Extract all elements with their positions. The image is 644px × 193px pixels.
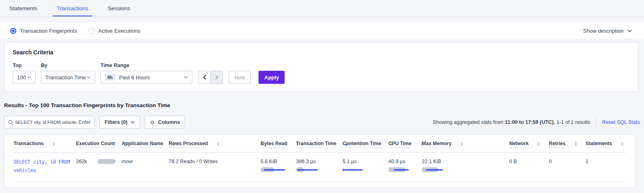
max-memory-barchart [422,167,455,172]
radio-active-executions-label[interactable]: Active Executions [98,28,140,34]
table-row: SELECT city, id FROM vehicles 262k movr … [13,153,626,182]
radio-transaction-fingerprints-label[interactable]: Transaction Fingerprints [20,28,77,34]
chevron-down-icon [627,29,632,32]
radio-transaction-fingerprints[interactable] [10,28,16,34]
sort-carets-icon[interactable] [575,142,577,147]
top-field: Top 100 [13,63,36,84]
sort-carets-icon[interactable] [53,142,55,147]
column-header-cpu-time[interactable]: CPU Time [388,141,422,148]
filters-button[interactable]: Filters (0) [99,116,140,129]
by-field: By Transaction Time [41,63,95,84]
bytes-read-cell: 5.8 KiB [261,158,296,172]
application-name-cell: movr [122,158,169,164]
results-controls-row: Enter Filters (0) ⚙ Columns Showing aggr… [4,116,640,129]
column-header-retries[interactable]: Retries [549,141,586,148]
bar-line [394,169,409,171]
sort-carets-icon[interactable] [217,142,219,147]
time-range-label: Time Range [100,63,192,68]
chevron-down-icon [87,76,91,79]
page-tabs: Statements Transactions Sessions [0,0,644,17]
reset-sql-stats-link[interactable]: Reset SQL Stats [602,119,640,125]
execution-count-cell: 262k [76,158,122,164]
transaction-fingerprint-link[interactable]: SELECT city, id FROM vehicles [13,158,83,175]
previous-time-range-button[interactable] [198,71,211,84]
transactions-table-card: Transactions Execution Count Application… [4,135,635,188]
filters-button-label: Filters (0) [105,119,127,125]
search-criteria-title: Search Criteria [13,49,630,56]
column-header-transactions[interactable]: Transactions [13,141,76,148]
column-header-execution-count[interactable]: Execution Count [76,141,122,148]
cpu-time-cell: 40.9 µs [388,158,422,172]
next-time-range-button[interactable] [211,71,223,84]
search-criteria-form: Top 100 By Transaction Time Time Range 6… [13,63,630,84]
search-criteria-card: Search Criteria Top 100 By Transaction T… [4,42,638,92]
chevron-left-icon [203,75,206,80]
column-header-bytes-read[interactable]: Bytes Read [261,141,296,148]
sort-carets-icon[interactable] [621,142,624,147]
rows-processed-cell: 78.2 Reads / 0 Writes [169,158,261,164]
apply-button[interactable]: Apply [258,71,285,84]
bytes-read-barchart [261,167,294,172]
now-button[interactable]: Now [229,71,251,84]
time-range-nav [198,71,223,84]
column-header-statements[interactable]: Statements [586,141,626,148]
time-range-field: Time Range 6h Past 6 Hours [100,63,192,84]
column-header-application-name[interactable]: Application Name [122,141,169,148]
search-input[interactable] [15,120,77,125]
radio-active-executions[interactable] [89,28,95,34]
search-box[interactable]: Enter [4,116,95,129]
by-select-value: Transaction Time [45,74,86,81]
time-range-value: Past 6 Hours [119,74,150,81]
column-header-rows-processed[interactable]: Rows Processed [169,141,261,148]
chevron-right-icon [215,75,218,80]
transaction-time-cell: 386.3 µs [296,158,343,172]
sort-carets-icon[interactable] [461,142,463,147]
view-toggle-row: Transaction Fingerprints Active Executio… [0,22,644,39]
by-select[interactable]: Transaction Time [41,71,95,84]
time-range-badge: 6h [105,74,115,81]
transaction-time-barchart [296,167,330,172]
bar-line [426,169,443,171]
execution-count-bar [98,159,116,164]
aggregated-stats-text: Showing aggregated stats from 11:00 to 1… [433,119,591,125]
tab-sessions[interactable]: Sessions [104,0,134,16]
stats-time-range: 11:00 to 17:59 (UTC) [505,119,553,125]
top-select-value: 100 [17,74,26,81]
results-heading: Results - Top 100 Transaction Fingerprin… [4,102,640,108]
bar-line [264,169,285,171]
table-header-row: Transactions Execution Count Application… [13,135,626,153]
contention-time-cell: 5.1 µs [343,158,388,172]
search-enter-hint[interactable]: Enter [78,119,91,125]
cpu-time-barchart [388,167,422,172]
chevron-down-icon [131,121,135,123]
sort-carets-icon[interactable] [537,142,540,147]
columns-button[interactable]: ⚙ Columns [145,116,185,129]
tab-statements[interactable]: Statements [5,0,41,16]
contention-time-barchart [343,167,376,172]
statements-cell: 1 [586,158,626,164]
chevron-down-icon [184,76,188,79]
column-header-network[interactable]: Network [509,141,549,148]
tab-transactions[interactable]: Transactions [53,0,92,16]
column-header-max-memory[interactable]: Max Memory [422,141,509,148]
show-description-label: Show description [583,28,624,34]
by-label: By [41,63,95,68]
network-cell: 0 B [509,158,549,164]
bar-line [343,169,363,171]
top-select[interactable]: 100 [13,71,36,84]
bar-line [297,169,318,171]
top-label: Top [13,63,36,68]
retries-cell: 0 [549,158,586,164]
column-header-transaction-time[interactable]: Transaction Time [296,141,343,148]
chevron-down-icon [27,76,31,79]
max-memory-cell: 22.1 KiB [422,158,509,172]
show-description-toggle[interactable]: Show description [583,28,632,34]
vertical-divider [596,117,596,127]
column-header-contention-time[interactable]: Contention Time [343,141,388,148]
search-icon [8,120,13,125]
gear-icon: ⚙ [150,119,155,126]
columns-button-label: Columns [158,119,180,125]
time-range-select[interactable]: 6h Past 6 Hours [100,71,192,84]
